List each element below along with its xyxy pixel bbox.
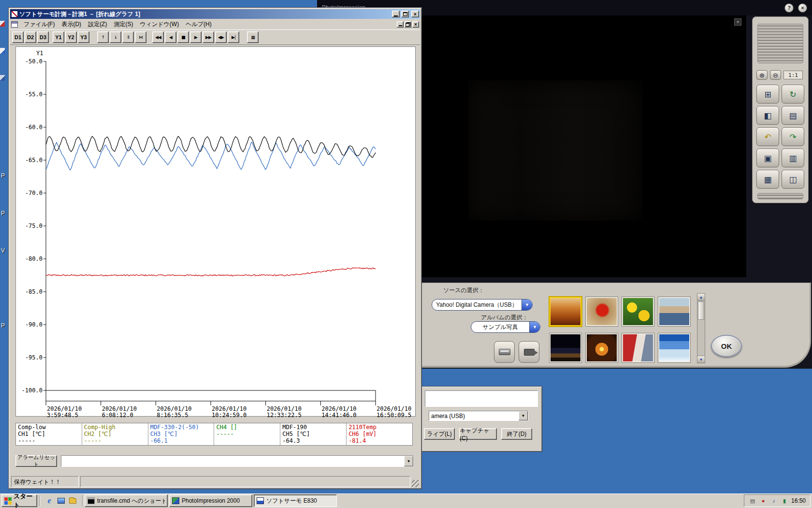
- chevron-down-icon[interactable]: ▼: [522, 299, 532, 310]
- capture-button[interactable]: キャプチャ(C): [459, 428, 497, 440]
- toolbar: D1D2D3Y1Y2Y3↑↓⇕⋈◀◀◀■▶▶▶◀▶▶|▦: [10, 30, 420, 45]
- desktop-icon-fragment[interactable]: [0, 48, 5, 54]
- stop-button[interactable]: ■: [177, 31, 189, 43]
- menu-item-5[interactable]: ヘルプ(H): [182, 20, 215, 29]
- copy-page-button[interactable]: ▤: [782, 106, 804, 125]
- scrollbar-thumb[interactable]: [698, 301, 704, 320]
- thumbnail-lighthouse-ship[interactable]: [622, 333, 654, 362]
- print-button[interactable]: ▦: [756, 170, 779, 189]
- mdi-child-icon[interactable]: [11, 21, 18, 28]
- thumbnail-scrollbar[interactable]: ▲ ▼: [697, 293, 705, 363]
- redo-button[interactable]: ↷: [782, 127, 804, 146]
- show-desktop-icon[interactable]: [57, 496, 65, 505]
- thumbnail-red-bird[interactable]: [586, 297, 618, 326]
- thumbnail-harbor-town[interactable]: [658, 297, 690, 326]
- toolbar-d3-button[interactable]: D3: [37, 31, 49, 43]
- panel-slider[interactable]: [757, 193, 803, 199]
- preview-close-icon[interactable]: ×: [734, 18, 741, 26]
- menu-item-3[interactable]: 測定(S): [110, 20, 136, 29]
- menu-item-0[interactable]: ファイル(F): [20, 20, 58, 29]
- alarm-reset-button[interactable]: アラームリセット: [15, 455, 57, 467]
- maximize-button[interactable]: [401, 11, 409, 17]
- album-combo[interactable]: サンプル写真 ▼: [471, 321, 540, 333]
- help-button[interactable]: ?: [784, 3, 794, 13]
- task-button-1[interactable]: transfile.cmd へのショート...: [85, 494, 168, 507]
- exit-button[interactable]: 終了(D): [501, 428, 532, 440]
- task-button-3[interactable]: ソフトサーモ E830: [254, 494, 337, 507]
- chevron-down-icon[interactable]: ▼: [404, 456, 413, 466]
- expand-span-button[interactable]: ◀▶: [215, 31, 227, 43]
- close-button[interactable]: ×: [411, 11, 419, 17]
- folder-icon[interactable]: [68, 496, 77, 505]
- flip-horizontal-button[interactable]: ◧: [756, 106, 779, 125]
- fit-window-button[interactable]: ⊞: [756, 85, 779, 104]
- mdi-restore-button[interactable]: [405, 21, 411, 28]
- mdi-close-button[interactable]: ×: [412, 21, 419, 28]
- network-icon[interactable]: ▮: [781, 497, 788, 505]
- printer-icon[interactable]: ▤: [749, 497, 756, 505]
- status-text: 保存ウェイト！！: [11, 476, 79, 487]
- chevron-down-icon[interactable]: ▼: [529, 322, 540, 332]
- internet-explorer-icon[interactable]: e: [45, 496, 54, 505]
- undo-button[interactable]: ↶: [756, 127, 779, 146]
- scale-vertical-button[interactable]: ⇕: [122, 31, 134, 43]
- thumbnail-rock-spires[interactable]: [550, 297, 581, 326]
- close-button[interactable]: ×: [798, 3, 807, 13]
- status-bar: 保存ウェイト！！: [10, 475, 420, 488]
- toolbar-d2-button[interactable]: D2: [25, 31, 36, 43]
- toolbar-y1-button[interactable]: Y1: [53, 31, 64, 43]
- status-icon[interactable]: ●: [759, 497, 767, 505]
- device-combo[interactable]: amera (USB) ▼: [429, 411, 528, 421]
- source-combo[interactable]: Yahoo! Digital Camera（USB） ▼: [432, 299, 533, 311]
- step-back-button[interactable]: ◀: [165, 31, 176, 43]
- system-tray: ▤ ● ♪ ▮ 16:50: [744, 494, 811, 507]
- step-forward-button[interactable]: ▶: [190, 31, 202, 43]
- jump-latest-button[interactable]: ▶|: [228, 31, 239, 43]
- scroll-up-icon[interactable]: ▲: [697, 294, 705, 301]
- menu-item-2[interactable]: 設定(Z): [85, 20, 110, 29]
- live-button[interactable]: ライブ(L): [424, 428, 455, 440]
- scanner-button[interactable]: [494, 341, 515, 363]
- task-button-2[interactable]: PhotoImpression 2000: [169, 494, 252, 507]
- titlebar[interactable]: ソフトサーモ計測－計測1 － [折れ線グラフ 1] ×: [10, 9, 420, 19]
- grid-toggle-button[interactable]: ▦: [247, 31, 259, 43]
- chevron-down-icon[interactable]: ▼: [519, 411, 528, 420]
- volume-icon[interactable]: ♪: [770, 497, 778, 505]
- svg-text:-75.0: -75.0: [25, 223, 43, 229]
- camera-button[interactable]: [519, 341, 539, 363]
- pan-down-button[interactable]: ↓: [110, 31, 121, 43]
- duplicate-button[interactable]: ▣: [756, 149, 779, 167]
- zoom-out-button[interactable]: ⊖: [770, 70, 781, 80]
- thumbnail-yellow-flowers[interactable]: [622, 297, 654, 326]
- thermo-icon: [257, 497, 264, 504]
- menu-item-1[interactable]: 表示(D): [58, 20, 85, 29]
- resize-grip[interactable]: [412, 480, 419, 487]
- toolbar-d1-button[interactable]: D1: [12, 31, 24, 43]
- zoom-row: ⊕ ⊖ 1:1: [756, 70, 805, 80]
- minimize-button[interactable]: [392, 11, 400, 17]
- mdi-minimize-button[interactable]: [397, 21, 404, 28]
- zoom-in-button[interactable]: ⊕: [756, 70, 768, 80]
- menu-items: ファイル(F)表示(D)設定(Z)測定(S)ウィンドウ(W)ヘルプ(H): [20, 20, 397, 29]
- ok-button[interactable]: OK: [711, 335, 742, 357]
- toolbar-y3-button[interactable]: Y3: [78, 31, 89, 43]
- menu-item-4[interactable]: ウィンドウ(W): [136, 20, 182, 29]
- svg-text:14:41:46.0: 14:41:46.0: [321, 412, 356, 417]
- toolbar-y2-button[interactable]: Y2: [65, 31, 77, 43]
- thumbnail-sky-clouds[interactable]: [658, 333, 690, 362]
- start-button[interactable]: スタート: [1, 494, 37, 507]
- fast-rewind-button[interactable]: ◀◀: [152, 31, 164, 43]
- frame-button[interactable]: ◫: [782, 170, 804, 189]
- auto-scale-button[interactable]: ⋈: [135, 31, 146, 43]
- thumbnail-light-spiral[interactable]: [586, 333, 618, 362]
- clipboard-button[interactable]: ▥: [782, 149, 804, 167]
- rotate-button[interactable]: ↻: [782, 85, 804, 104]
- desktop-icon-fragment[interactable]: [0, 75, 5, 81]
- svg-text:3:59:48.5: 3:59:48.5: [47, 412, 78, 417]
- fast-forward-button[interactable]: ▶▶: [203, 31, 214, 43]
- pan-up-button[interactable]: ↑: [97, 31, 109, 43]
- scroll-down-icon[interactable]: ▼: [697, 356, 705, 363]
- alarm-combo[interactable]: ▼: [61, 455, 414, 467]
- desktop-icon-fragment[interactable]: [0, 21, 5, 27]
- thumbnail-night-city[interactable]: [550, 333, 581, 362]
